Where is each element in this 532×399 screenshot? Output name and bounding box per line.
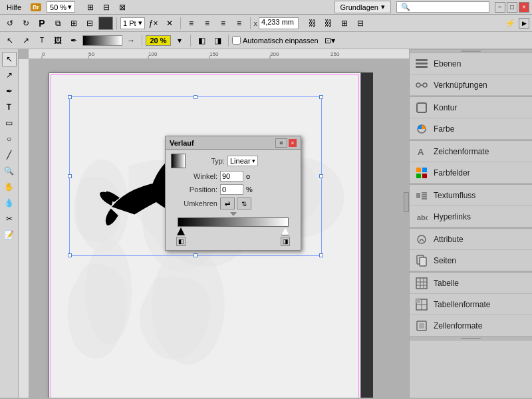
tool-pen[interactable]: ✒ xyxy=(66,34,81,47)
zoom-control[interactable]: 50 % ▾ xyxy=(47,1,75,13)
sep-5 xyxy=(190,35,191,47)
panel-item-ebenen[interactable]: Ebenen xyxy=(410,53,532,74)
gradient-bar[interactable] xyxy=(178,217,289,227)
winkel-input[interactable] xyxy=(220,171,243,182)
dialog-close-btn[interactable]: × xyxy=(289,139,297,147)
tool-hand[interactable]: ✋ xyxy=(2,180,17,194)
position-label: Position: xyxy=(171,186,217,194)
panel-label-kontur: Kontur xyxy=(434,103,457,112)
panel-item-farbe[interactable]: Farbe xyxy=(410,118,532,140)
umkehren-btn-2[interactable]: ⇅ xyxy=(237,198,251,209)
panel-item-zellenformate[interactable]: Zellenformate xyxy=(410,315,532,336)
farbe-icon xyxy=(415,122,428,136)
pt-value: 1 Pt xyxy=(123,19,136,27)
svg-rect-25 xyxy=(417,103,426,112)
icon-grid-3[interactable]: ⊠ xyxy=(115,1,130,14)
align-btn-4[interactable]: ≡ xyxy=(232,17,247,30)
panel-item-tabellenformate[interactable]: Tabellenformate xyxy=(410,294,532,315)
panel-divider-bottom[interactable] xyxy=(410,336,532,340)
panel-item-verknuepfungen[interactable]: Verknüpfungen xyxy=(410,74,532,96)
tool-text[interactable]: T xyxy=(35,34,49,47)
tool-chain-1[interactable]: ⛓ xyxy=(305,17,320,30)
tool-chain-3[interactable]: ⊞ xyxy=(337,17,352,30)
tool-ruler[interactable]: ✕ xyxy=(162,17,177,30)
auto-einpassen-checkbox[interactable] xyxy=(232,36,241,45)
align-h-1[interactable]: ◧ xyxy=(194,34,209,47)
x-input[interactable]: 4,233 mm xyxy=(259,17,299,29)
maximize-btn[interactable]: □ xyxy=(507,2,517,13)
menu-hilfe[interactable]: Hilfe xyxy=(3,2,25,13)
tool-obj2[interactable]: ⊞ xyxy=(66,17,81,30)
typ-label: Typ: xyxy=(188,157,225,165)
percent-arrow[interactable]: ▾ xyxy=(172,34,187,47)
icon-grid-1[interactable]: ⊞ xyxy=(83,1,98,14)
tool-note[interactable]: 📝 xyxy=(2,227,17,242)
align-h-2[interactable]: ◨ xyxy=(210,34,225,47)
gradient-icon-right[interactable]: ◨ xyxy=(281,237,290,246)
tool-select[interactable]: ↖ xyxy=(2,52,17,66)
attribute-icon xyxy=(415,233,428,246)
search-box[interactable]: 🔍 xyxy=(396,1,489,13)
tool-pen-side[interactable]: ✒ xyxy=(2,84,17,98)
zoom-value: 50 % xyxy=(50,3,66,11)
tool-obj1[interactable]: ⧉ xyxy=(51,17,65,30)
auto-einpassen-container: Automatisch einpassen xyxy=(232,36,319,45)
canvas-area[interactable]: 0 50 100 150 200 250 xyxy=(19,49,409,398)
tool-p[interactable]: P xyxy=(35,17,49,30)
align-btn-3[interactable]: ≡ xyxy=(216,17,231,30)
typ-select[interactable]: Linear ▾ xyxy=(227,156,258,166)
panel-item-hyperlinks[interactable]: abc Hyperlinks xyxy=(410,206,532,227)
tool-arrow-2[interactable]: ↗ xyxy=(19,34,33,47)
close-btn[interactable]: × xyxy=(519,2,529,13)
align-btn-1[interactable]: ≡ xyxy=(184,17,199,30)
tool-zoom[interactable]: 🔍 xyxy=(2,164,17,178)
tool-arrow-3[interactable]: → xyxy=(124,34,138,47)
scroll-indicator[interactable] xyxy=(404,192,409,212)
gradient-bar-area: ◧ ◨ xyxy=(171,212,295,246)
tool-direct-select[interactable]: ↗ xyxy=(2,68,17,82)
tool-func[interactable]: ƒ× xyxy=(146,17,161,30)
tool-rotate-left[interactable]: ↺ xyxy=(3,17,17,30)
pt-dropdown[interactable]: 1 Pt ▾ xyxy=(120,17,145,29)
tool-arrow-1[interactable]: ↖ xyxy=(3,34,17,47)
gradient-icon-left[interactable]: ◧ xyxy=(176,237,186,246)
svg-text:0: 0 xyxy=(42,51,45,57)
tool-rotate-right[interactable]: ↻ xyxy=(19,17,33,30)
tool-obj3[interactable]: ⊟ xyxy=(82,17,97,30)
tool-type[interactable]: T xyxy=(2,100,17,114)
panel-toggle[interactable]: ▶ xyxy=(519,18,529,29)
gradient-stop-right[interactable] xyxy=(281,227,289,235)
panel-item-textumfluss[interactable]: Textumfluss xyxy=(410,185,532,206)
percent-box: 20 % xyxy=(146,35,171,46)
color-fill-black[interactable] xyxy=(98,17,113,30)
svg-text:150: 150 xyxy=(209,51,219,57)
tool-ellipse[interactable]: ○ xyxy=(2,132,17,146)
panel-item-seiten[interactable]: Seiten xyxy=(410,250,532,271)
tool-img[interactable]: 🖼 xyxy=(51,34,65,47)
umkehren-btn-1[interactable]: ⇄ xyxy=(220,198,235,209)
panel-item-zeichenformate[interactable]: A Zeichenformate xyxy=(410,141,532,162)
panel-item-kontur[interactable]: Kontur xyxy=(410,97,532,118)
tool-dropdown-2[interactable]: ⊡▾ xyxy=(323,34,337,47)
minimize-btn[interactable]: − xyxy=(495,2,505,13)
tool-rect[interactable]: ▭ xyxy=(2,116,17,130)
position-input[interactable] xyxy=(220,184,243,195)
gradient-stop-left[interactable] xyxy=(177,227,185,235)
tool-eyedrop[interactable]: 💧 xyxy=(2,196,17,210)
panel-item-farbfelder[interactable]: Farbfelder xyxy=(410,162,532,184)
tool-lightning[interactable]: ⚡ xyxy=(503,17,517,30)
panel-item-tabelle[interactable]: Tabelle xyxy=(410,273,532,294)
tool-scissors[interactable]: ✂ xyxy=(2,211,17,226)
align-btn-2[interactable]: ≡ xyxy=(200,17,215,30)
grundlagen-dropdown[interactable]: Grundlagen ▾ xyxy=(334,1,392,13)
dialog-menu-btn[interactable]: ≡ xyxy=(275,138,287,148)
svg-text:100: 100 xyxy=(148,51,158,57)
ebenen-icon xyxy=(415,57,428,70)
dialog-row-winkel: Winkel: o xyxy=(171,171,295,182)
icon-grid-2[interactable]: ⊟ xyxy=(99,1,114,14)
tool-line[interactable]: ╱ xyxy=(2,148,17,162)
panel-item-attribute[interactable]: Attribute xyxy=(410,229,532,250)
tool-chain-4[interactable]: ⊟ xyxy=(353,17,368,30)
svg-text:50: 50 xyxy=(88,51,94,57)
tool-chain-2[interactable]: ⛓ xyxy=(321,17,336,30)
